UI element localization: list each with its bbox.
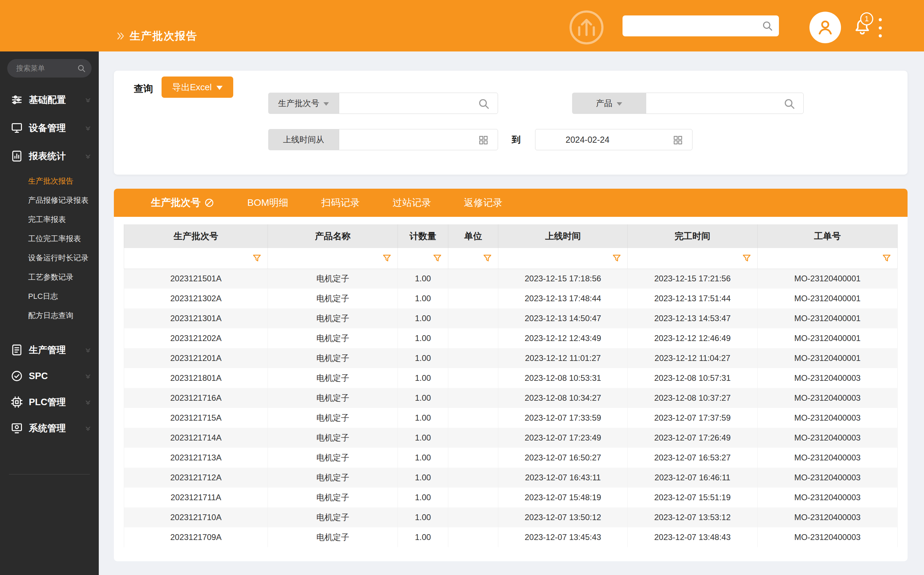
column-header[interactable]: 产品名称 (268, 224, 398, 248)
table-row[interactable]: 2023121201A电机定子1.002023-12-12 11:01:2720… (124, 348, 898, 368)
column-header[interactable]: 工单号 (757, 224, 897, 248)
table-row[interactable]: 2023121709A电机定子1.002023-12-07 13:45:4320… (124, 527, 898, 547)
sidebar-item-report-stats[interactable]: 报表统计 (0, 142, 99, 170)
results-panel: 生产批次号产品名称计数量单位上线时间完工时间工单号 2023121501A电机定… (114, 217, 908, 561)
column-header[interactable]: 单位 (448, 224, 498, 248)
table-row[interactable]: 2023121715A电机定子1.002023-12-07 17:33:5920… (124, 408, 898, 428)
table-row[interactable]: 2023121801A电机定子1.002023-12-08 10:53:3120… (124, 368, 898, 388)
table-row[interactable]: 2023121301A电机定子1.002023-12-13 14:50:4720… (124, 308, 898, 328)
user-icon (815, 17, 835, 37)
sidebar-subitem[interactable]: 产品报修记录报表 (0, 191, 99, 210)
results-table: 生产批次号产品名称计数量单位上线时间完工时间工单号 2023121501A电机定… (124, 224, 898, 547)
config-icon (10, 93, 23, 106)
column-header[interactable]: 完工时间 (627, 224, 757, 248)
logo-icon (567, 8, 606, 47)
batch-filter-dropdown[interactable]: 生产批次号 (268, 93, 339, 114)
tab-2[interactable]: 扫码记录 (322, 196, 360, 209)
chevron-down-icon (617, 102, 622, 106)
sidebar-subitem[interactable]: 工艺参数记录 (0, 268, 99, 287)
top-header: 生产批次报告 1 (0, 0, 924, 51)
sidebar-item-device-mgmt[interactable]: 设备管理 (0, 114, 99, 142)
system-icon (10, 422, 23, 435)
table-row[interactable]: 2023121710A电机定子1.002023-12-07 13:50:1220… (124, 507, 898, 527)
sidebar-subitem[interactable]: 配方日志查询 (0, 306, 99, 325)
sidebar-subitem[interactable]: 设备运行时长记录 (0, 248, 99, 268)
table-filter-row (124, 248, 898, 268)
time-from-input[interactable] (339, 129, 498, 150)
table-row[interactable]: 2023121302A电机定子1.002023-12-13 17:48:4420… (124, 289, 898, 308)
chevron-down-icon (83, 424, 93, 433)
sidebar-item-spc[interactable]: SPC (0, 363, 99, 389)
tab-4[interactable]: 返修记录 (464, 196, 502, 209)
time-to-input[interactable] (536, 129, 692, 150)
table-row[interactable]: 2023121713A电机定子1.002023-12-07 16:50:2720… (124, 448, 898, 468)
product-filter-dropdown[interactable]: 产品 (572, 93, 646, 114)
filter-funnel-icon[interactable] (432, 253, 442, 264)
filter-funnel-icon[interactable] (482, 253, 493, 264)
tab-1[interactable]: BOM明细 (247, 196, 288, 209)
filter-funnel-icon[interactable] (881, 253, 892, 264)
column-header[interactable]: 生产批次号 (124, 224, 268, 248)
table-row[interactable]: 2023121711A电机定子1.002023-12-07 15:48:1920… (124, 488, 898, 507)
filter-funnel-icon[interactable] (382, 253, 392, 264)
chevron-down-icon (216, 86, 223, 90)
sidebar-divider (9, 474, 90, 475)
time-from-label-button[interactable]: 上线时间从 (268, 129, 339, 150)
table-row[interactable]: 2023121712A电机定子1.002023-12-07 16:43:1120… (124, 468, 898, 488)
chevron-down-icon (83, 95, 93, 105)
batch-filter-group: 生产批次号 (268, 93, 498, 114)
chevron-down-icon (323, 102, 329, 106)
avatar[interactable] (810, 12, 841, 43)
column-filter-cell (627, 248, 757, 268)
sidebar-item-system-mgmt[interactable]: 系统管理 (0, 415, 99, 441)
column-header[interactable]: 上线时间 (498, 224, 628, 248)
table-body: 2023121501A电机定子1.002023-12-15 17:18:5620… (124, 268, 898, 547)
product-filter-input[interactable] (646, 93, 803, 114)
search-icon[interactable] (477, 97, 490, 110)
query-panel: 查询 导出Excel 生产批次号 产品 上线时间从 到 (114, 71, 908, 175)
sidebar-subitem[interactable]: 完工率报表 (0, 210, 99, 229)
notification-badge: 1 (860, 12, 873, 25)
table-row[interactable]: 2023121714A电机定子1.002023-12-07 17:23:4920… (124, 428, 898, 448)
table-row[interactable]: 2023121202A电机定子1.002023-12-12 12:43:4920… (124, 328, 898, 348)
table-row[interactable]: 2023121716A电机定子1.002023-12-08 10:34:2720… (124, 388, 898, 408)
page-title: 生产批次报告 (130, 29, 198, 43)
tab-0-active[interactable]: 生产批次号 (151, 196, 214, 210)
column-filter-cell (268, 248, 398, 268)
production-icon (10, 343, 23, 356)
search-icon[interactable] (783, 97, 796, 110)
sidebar-item-plc-mgmt[interactable]: PLC管理 (0, 389, 99, 415)
column-filter-cell (498, 248, 628, 268)
tab-3[interactable]: 过站记录 (393, 196, 431, 209)
column-header[interactable]: 计数量 (398, 224, 448, 248)
search-icon[interactable] (77, 64, 86, 73)
filter-funnel-icon[interactable] (252, 253, 262, 264)
batch-filter-input[interactable] (339, 93, 498, 114)
sidebar-item-basic-config[interactable]: 基础配置 (0, 86, 99, 114)
sidebar-submenu: 生产批次报告产品报修记录报表完工率报表工位完工率报表设备运行时长记录工艺参数记录… (0, 170, 99, 329)
collapse-sidebar-icon[interactable] (115, 31, 125, 41)
date-picker-icon[interactable] (673, 135, 683, 146)
sidebar-subitem-active[interactable]: 生产批次报告 (0, 172, 99, 191)
tab-filter-icon (204, 198, 214, 208)
sidebar-subitem[interactable]: 工位完工率报表 (0, 229, 99, 248)
sidebar-item-production-mgmt[interactable]: 生产管理 (0, 337, 99, 363)
table-row[interactable]: 2023121501A电机定子1.002023-12-15 17:18:5620… (124, 268, 898, 289)
spc-icon (10, 370, 23, 383)
export-excel-button[interactable]: 导出Excel (162, 76, 233, 98)
query-label: 查询 (134, 83, 153, 95)
column-filter-cell (448, 248, 498, 268)
filter-funnel-icon[interactable] (612, 253, 622, 264)
report-icon (10, 149, 23, 163)
column-filter-cell (398, 248, 448, 268)
sidebar-menu: 基础配置设备管理报表统计生产批次报告产品报修记录报表完工率报表工位完工率报表设备… (0, 86, 99, 441)
sidebar-subitem[interactable]: PLC日志 (0, 287, 99, 306)
more-menu-icon[interactable] (879, 18, 882, 37)
date-picker-icon[interactable] (478, 135, 489, 146)
product-filter-group: 产品 (572, 93, 804, 114)
chevron-down-icon (83, 124, 93, 133)
chevron-down-icon (83, 398, 93, 407)
filter-funnel-icon[interactable] (742, 253, 752, 264)
header-search-input[interactable] (623, 16, 779, 37)
search-icon[interactable] (761, 20, 773, 32)
